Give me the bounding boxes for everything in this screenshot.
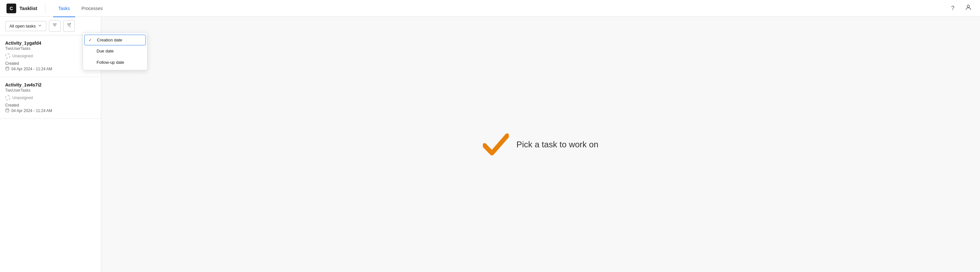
task-date: 04 Apr 2024 - 11:24 AM (5, 108, 95, 113)
main-layout: All open tasks (0, 17, 980, 272)
user-profile-button[interactable] (963, 3, 974, 14)
svg-rect-2 (6, 109, 9, 112)
unassigned-icon (5, 95, 10, 100)
empty-state-text: Pick a task to work on (517, 139, 598, 150)
sort-option-due-date[interactable]: Due date (83, 45, 147, 57)
calendar-icon (5, 66, 10, 71)
task-created-label: Created (5, 103, 95, 108)
nav-tabs: Tasks Processes (53, 0, 108, 16)
help-button[interactable]: ? (948, 3, 958, 14)
filter-button[interactable] (49, 20, 60, 32)
brand-name: Tasklist (19, 5, 37, 11)
task-process: TwoUserTasks (5, 88, 95, 93)
help-icon: ? (951, 5, 955, 12)
svg-rect-1 (6, 67, 9, 70)
brand: C Tasklist (6, 3, 45, 13)
user-icon (965, 4, 972, 13)
sort-icon (67, 23, 72, 29)
top-nav: C Tasklist Tasks Processes ? (0, 0, 980, 17)
unassigned-icon (5, 54, 10, 59)
sort-option-creation-date[interactable]: ✓ Creation date (84, 35, 146, 45)
sort-dropdown: ✓ Creation date Due date Follow-up date (83, 32, 148, 70)
task-assignee: Unassigned (5, 95, 95, 100)
task-assignee: Unassigned (5, 54, 95, 59)
task-created-label: Created (5, 61, 95, 66)
checkmark-icon: ✓ (89, 38, 94, 43)
task-filter-dropdown[interactable]: All open tasks (5, 21, 46, 31)
chevron-down-icon (38, 23, 42, 29)
nav-icons: ? (948, 3, 974, 14)
svg-point-0 (967, 5, 969, 8)
main-content: Pick a task to work on (101, 17, 980, 272)
task-item[interactable]: Activity_1w4s7i2 TwoUserTasks Unassigned… (0, 77, 101, 119)
task-process: TwoUserTasks (5, 46, 95, 51)
calendar-icon (5, 108, 10, 113)
sort-button[interactable] (63, 20, 75, 32)
tab-processes[interactable]: Processes (76, 0, 108, 17)
task-title: Activity_1w4s7i2 (5, 82, 95, 87)
filter-icon (52, 23, 57, 29)
task-date: 04 Apr 2024 - 11:24 AM (5, 66, 95, 71)
empty-state: Pick a task to work on (483, 131, 598, 157)
sort-option-follow-up-date[interactable]: Follow-up date (83, 57, 147, 68)
brand-logo: C (6, 3, 16, 13)
task-title: Activity_1ygafd4 (5, 41, 95, 46)
empty-state-checkmark-icon (483, 131, 509, 157)
tab-tasks[interactable]: Tasks (53, 0, 75, 17)
